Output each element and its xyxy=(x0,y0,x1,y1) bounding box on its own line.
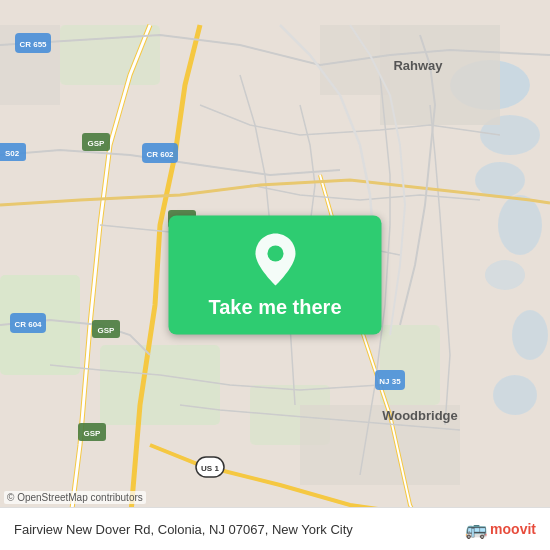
svg-rect-11 xyxy=(380,325,440,405)
svg-point-7 xyxy=(493,375,537,415)
svg-point-3 xyxy=(475,162,525,198)
svg-text:GSP: GSP xyxy=(88,139,106,148)
svg-text:S02: S02 xyxy=(5,149,20,158)
svg-text:GSP: GSP xyxy=(84,429,102,438)
svg-text:CR 602: CR 602 xyxy=(146,150,174,159)
cta-button[interactable]: Take me there xyxy=(168,216,381,335)
svg-text:CR 655: CR 655 xyxy=(19,40,47,49)
svg-point-6 xyxy=(512,310,548,360)
svg-text:Woodbridge: Woodbridge xyxy=(382,408,458,423)
location-pin-icon xyxy=(250,232,300,288)
svg-text:GSP: GSP xyxy=(98,326,116,335)
bus-icon: 🚌 xyxy=(465,518,487,540)
svg-point-41 xyxy=(267,246,283,262)
svg-rect-13 xyxy=(380,25,500,125)
address-label: Fairview New Dover Rd, Colonia, NJ 07067… xyxy=(14,522,465,537)
svg-text:Rahway: Rahway xyxy=(393,58,443,73)
moovit-text: moovit xyxy=(490,521,536,537)
svg-point-4 xyxy=(498,195,542,255)
bottom-bar: Fairview New Dover Rd, Colonia, NJ 07067… xyxy=(0,507,550,550)
svg-text:US 1: US 1 xyxy=(201,464,219,473)
svg-rect-9 xyxy=(100,345,220,425)
svg-point-5 xyxy=(485,260,525,290)
map-attribution: © OpenStreetMap contributors xyxy=(4,491,146,504)
map-container: CR 655 CR 602 CR 604 GSP GSP GSP GSP S02… xyxy=(0,0,550,550)
svg-text:CR 604: CR 604 xyxy=(14,320,42,329)
svg-text:NJ 35: NJ 35 xyxy=(379,377,401,386)
moovit-logo: 🚌 moovit xyxy=(465,518,536,540)
cta-label: Take me there xyxy=(208,296,341,319)
